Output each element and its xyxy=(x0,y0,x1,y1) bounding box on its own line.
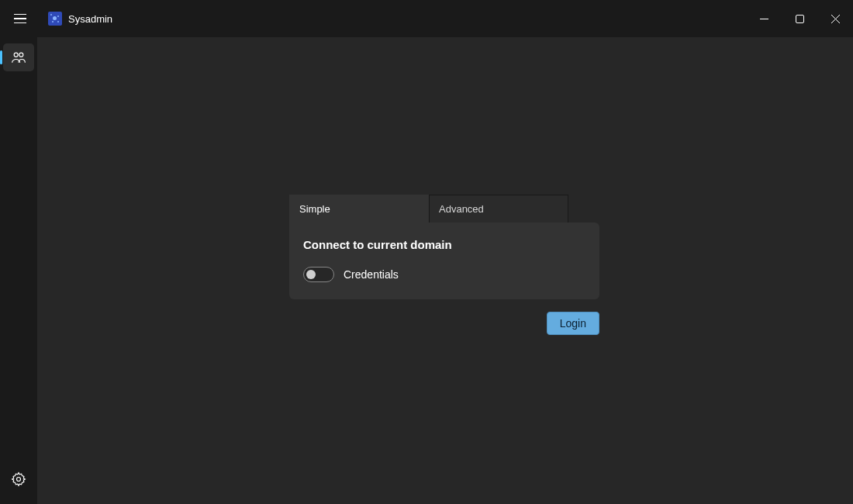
users-icon xyxy=(11,50,26,65)
main-content: Simple Advanced Connect to current domai… xyxy=(37,37,853,504)
minimize-icon xyxy=(760,15,768,23)
window-minimize-button[interactable] xyxy=(746,6,782,31)
window-controls xyxy=(746,6,853,31)
sidebar-item-users[interactable] xyxy=(3,43,34,71)
svg-point-4 xyxy=(14,53,18,57)
svg-point-5 xyxy=(19,53,23,57)
credentials-toggle-label: Credentials xyxy=(344,268,399,281)
login-card-title: Connect to current domain xyxy=(303,238,585,251)
login-panel: Simple Advanced Connect to current domai… xyxy=(289,195,599,335)
window-maximize-button[interactable] xyxy=(782,6,817,31)
app-icon xyxy=(48,12,62,26)
sidebar xyxy=(0,37,37,504)
login-card: Connect to current domain Credentials xyxy=(289,223,599,299)
close-icon xyxy=(831,15,840,23)
tab-advanced[interactable]: Advanced xyxy=(429,195,568,223)
credentials-toggle[interactable] xyxy=(303,267,334,282)
credentials-row: Credentials xyxy=(303,267,585,282)
title-bar: Sysadmin xyxy=(0,0,853,37)
tab-simple[interactable]: Simple xyxy=(289,195,429,223)
gear-icon xyxy=(11,471,26,487)
sidebar-item-settings[interactable] xyxy=(3,465,34,493)
hamburger-menu-button[interactable] xyxy=(9,8,31,29)
login-tabs: Simple Advanced xyxy=(289,195,599,223)
login-button[interactable]: Login xyxy=(547,312,599,335)
window-close-button[interactable] xyxy=(817,6,853,31)
svg-point-6 xyxy=(17,478,21,482)
maximize-icon xyxy=(796,15,804,23)
app-title: Sysadmin xyxy=(68,13,112,25)
svg-rect-1 xyxy=(796,15,803,22)
